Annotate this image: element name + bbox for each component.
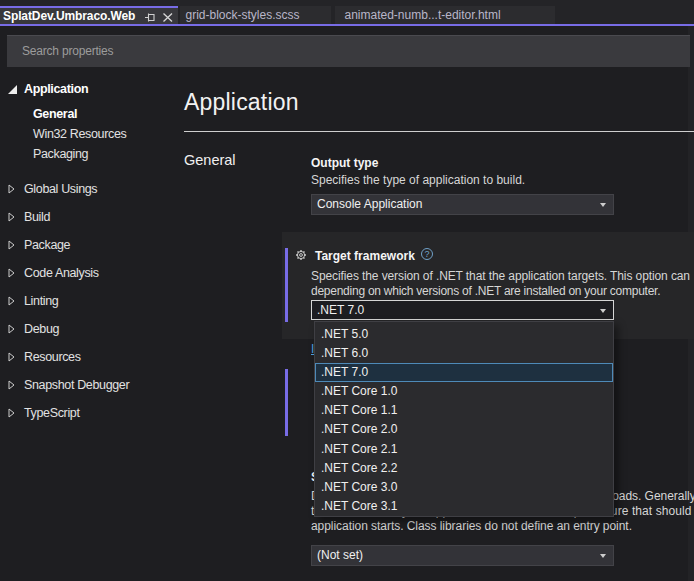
dropdown-option-net-core-1-1[interactable]: .NET Core 1.1 [315,401,613,420]
sidebar-item-application[interactable]: Application [0,79,176,99]
chevron-expanded-icon[interactable] [8,85,24,94]
focus-indicator-bar-2 [285,369,288,436]
sidebar-item-debug[interactable]: Debug [0,319,176,339]
tab-label: animated-numb...t-editor.html [345,6,501,25]
chevron-collapsed-icon[interactable] [8,212,24,222]
sidebar-item-label: Code Analysis [24,266,99,280]
sidebar-item-win32-resources[interactable]: Win32 Resources [0,124,176,144]
chevron-down-icon [600,554,606,558]
target-framework-value: .NET 7.0 [317,301,364,320]
sidebar-item-label: Snapshot Debugger [24,378,129,392]
dropdown-option-net-core-3-1[interactable]: .NET Core 3.1 [315,497,613,516]
search-placeholder: Search properties [22,36,113,67]
chevron-collapsed-icon[interactable] [8,296,24,306]
chevron-collapsed-icon[interactable] [8,268,24,278]
tab-label: SplatDev.Umbraco.Web [3,5,135,27]
startup-object-value: (Not set) [317,546,363,565]
sidebar-item-label: Global Usings [24,182,97,196]
help-icon[interactable]: ? [421,248,433,260]
sidebar-item-label: Resources [24,350,81,364]
tab-splatdev-umbraco-web[interactable]: SplatDev.Umbraco.Web [0,8,178,24]
sidebar-item-label: Linting [24,294,58,308]
page-title: Application [184,89,299,116]
sidebar-item-label: Package [24,238,70,252]
chevron-down-icon [600,309,606,313]
sidebar-item-package[interactable]: Package [0,235,176,255]
target-framework-label: Target framework [315,249,415,263]
gear-icon[interactable] [295,249,307,261]
sidebar-item-general[interactable]: General [0,104,176,124]
dropdown-option-net-core-2-0[interactable]: .NET Core 2.0 [315,420,613,439]
sidebar-item-label: TypeScript [24,406,80,420]
chevron-collapsed-icon[interactable] [8,408,24,418]
target-framework-combobox[interactable]: .NET 7.0 [311,300,614,320]
dropdown-option-net-core-2-1[interactable]: .NET Core 2.1 [315,440,613,459]
search-input[interactable]: Search properties [7,35,690,67]
sidebar-item-label: General [33,107,77,121]
active-tab-accent [0,6,178,9]
sidebar-item-label: Packaging [33,147,88,161]
startup-object-combobox[interactable]: (Not set) [311,545,614,566]
dropdown-option-net-5-0[interactable]: .NET 5.0 [315,325,613,344]
target-framework-description-line2: depending on which versions of .NET are … [311,284,660,298]
sidebar-item-label: Build [24,210,50,224]
dropdown-option-net-core-2-2[interactable]: .NET Core 2.2 [315,459,613,478]
tab-label: grid-block-styles.scss [186,6,300,25]
dropdown-option-net-6-0[interactable]: .NET 6.0 [315,344,613,363]
chevron-collapsed-icon[interactable] [8,240,24,250]
chevron-collapsed-icon[interactable] [8,184,24,194]
chevron-down-icon [600,203,606,207]
sidebar-item-snapshot-debugger[interactable]: Snapshot Debugger [0,375,176,395]
section-label-general: General [184,152,236,168]
target-framework-dropdown-list: .NET 5.0 .NET 6.0 .NET 7.0 .NET Core 1.0… [314,321,614,517]
focus-indicator-bar [285,248,288,322]
sidebar-item-code-analysis[interactable]: Code Analysis [0,263,176,283]
sidebar-item-linting[interactable]: Linting [0,291,176,311]
pin-icon[interactable] [145,13,155,22]
dropdown-option-net-core-1-0[interactable]: .NET Core 1.0 [315,382,613,401]
sidebar-item-global-usings[interactable]: Global Usings [0,179,176,199]
sidebar-item-label: Win32 Resources [33,127,126,141]
title-divider [184,131,694,132]
dropdown-option-net-7-0[interactable]: .NET 7.0 [315,363,613,382]
output-type-combobox[interactable]: Console Application [311,194,614,215]
close-icon[interactable] [163,13,173,22]
output-type-value: Console Application [317,195,422,214]
dropdown-option-net-core-3-0[interactable]: .NET Core 3.0 [315,478,613,497]
startup-object-description-line3: application starts. Class libraries do n… [311,519,632,533]
chevron-collapsed-icon[interactable] [8,352,24,362]
sidebar-item-label: Application [24,82,88,96]
sidebar-item-typescript[interactable]: TypeScript [0,403,176,423]
sidebar-item-label: Debug [24,322,59,336]
sidebar-item-resources[interactable]: Resources [0,347,176,367]
output-type-label: Output type [311,156,378,170]
tab-animated-numbers-editor[interactable]: animated-numb...t-editor.html [335,6,555,25]
sidebar-item-packaging[interactable]: Packaging [0,144,176,164]
chevron-collapsed-icon[interactable] [8,324,24,334]
target-framework-description-line1: Specifies the version of .NET that the a… [311,269,690,283]
chevron-collapsed-icon[interactable] [8,380,24,390]
output-type-description: Specifies the type of application to bui… [311,173,525,187]
tab-bar: grid-block-styles.scss animated-numb...t… [0,0,694,26]
sidebar-item-build[interactable]: Build [0,207,176,227]
tab-grid-block-styles[interactable]: grid-block-styles.scss [180,6,332,25]
